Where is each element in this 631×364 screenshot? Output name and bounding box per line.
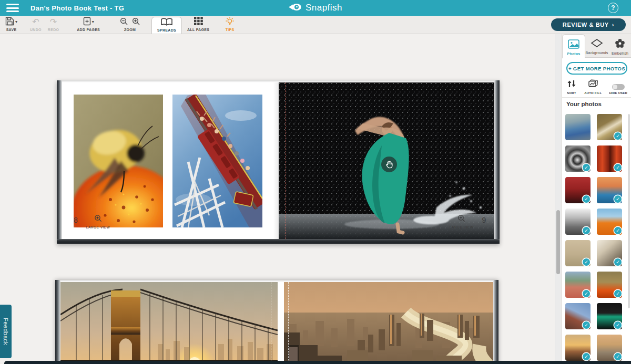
photo-thumbnail-roller-coaster[interactable]: ✓ <box>565 303 591 329</box>
your-photos-heading: Your photos <box>566 101 602 107</box>
undo-button[interactable]: ↶ UNDO <box>28 16 44 34</box>
lightbulb-icon <box>225 17 235 28</box>
spread-pages-8-9 <box>57 80 500 244</box>
used-check-icon: ✓ <box>583 353 590 360</box>
tab-embellish[interactable]: Embellish <box>608 34 631 57</box>
photo-thumbnail-group-celebration[interactable]: ✓ <box>597 240 622 266</box>
used-check-icon: ✓ <box>614 321 622 329</box>
top-bar: Dan's Photo Book Test - TG Snapfish ? <box>0 0 631 16</box>
sort-arrows-icon <box>566 80 577 90</box>
caret-down-icon: ▾ <box>92 20 94 24</box>
photo-thumbnail-rain-dancer[interactable]: ✓ <box>597 303 622 329</box>
photo-bridge-sunset[interactable] <box>60 282 278 364</box>
review-and-buy-button[interactable]: REVIEW & BUY› <box>551 18 626 31</box>
tab-photos[interactable]: Photos <box>562 34 585 58</box>
tab-spreads[interactable]: SPREADS <box>151 17 182 34</box>
photo-thumbnail-portrait-orange-sky[interactable]: ✓ <box>597 177 622 203</box>
tips-button[interactable]: TIPS <box>223 16 237 34</box>
photo-thumbnail-runners-on-track[interactable]: ✓ <box>565 272 591 298</box>
toolbar: ▾ SAVE ↶ UNDO ↷ REDO ▾ ADD PAGES <box>0 16 631 34</box>
used-check-icon: ✓ <box>583 290 590 297</box>
used-check-icon: ✓ <box>614 227 622 234</box>
used-check-icon: ✓ <box>583 195 590 203</box>
used-check-icon: ✓ <box>583 321 590 329</box>
photo-thumbnail-bridge-sunset[interactable]: ✓ <box>565 335 591 361</box>
save-button[interactable]: ▾ SAVE <box>3 16 19 34</box>
photo-thumbnail-grid: ✓✓✓✓✓✓✓✓✓✓✓✓✓✓✓ <box>565 114 623 361</box>
magnifier-plus-icon <box>94 214 102 224</box>
book-left-edge <box>57 80 62 244</box>
photo-bee-on-flower[interactable] <box>74 95 163 227</box>
undo-icon: ↶ <box>32 18 39 26</box>
photo-thumbnail-city-river[interactable]: ✓ <box>597 335 622 361</box>
tab-all-pages[interactable]: ALL PAGES <box>185 16 211 34</box>
used-check-icon: ✓ <box>614 164 622 171</box>
photo-city-river[interactable] <box>284 282 493 364</box>
zoom-in-icon[interactable] <box>132 17 140 27</box>
photo-controls: SORT AUTO FILL HIDE USED <box>562 79 631 95</box>
photo-thumbnail-woman-orange-dress[interactable]: ✓ <box>597 209 622 235</box>
zoom-out-icon[interactable] <box>120 17 128 27</box>
add-page-icon <box>83 17 91 28</box>
photo-thumbnail-beach-walkers[interactable]: ✓ <box>565 240 591 266</box>
flower-icon <box>615 38 625 50</box>
used-check-icon: ✓ <box>614 195 622 203</box>
panel-tabstrip: Photos Backgrounds Embellish <box>562 34 631 58</box>
photo-thumbnail-bw-waterfall-cliff[interactable]: ✓ <box>565 209 591 235</box>
redo-button[interactable]: ↷ REDO <box>46 16 61 34</box>
book-left-edge <box>55 280 60 364</box>
photo-thumbnail-red-torii-gates[interactable]: ✓ <box>597 145 622 172</box>
fish-icon <box>289 3 302 14</box>
editor-canvas: 8 LARGE VIEW LARGE VIEW 9 <box>0 34 562 364</box>
get-more-photos-button[interactable]: + GET MORE PHOTOS <box>566 62 627 75</box>
backgrounds-icon <box>591 38 603 50</box>
canvas-scrollbar-thumb[interactable] <box>556 210 560 274</box>
used-check-icon: ✓ <box>614 132 622 140</box>
large-view-button-right[interactable]: LARGE VIEW <box>450 214 473 229</box>
photo-thumbnail-woman-in-red[interactable]: ✓ <box>565 177 591 203</box>
help-button[interactable]: ? <box>608 3 618 13</box>
brand-name: Snapfish <box>306 3 342 13</box>
photos-panel: Photos Backgrounds Embellish + GET MORE … <box>562 34 631 364</box>
auto-fill-button[interactable]: AUTO FILL <box>584 79 602 95</box>
open-book-icon <box>160 18 173 28</box>
grid-icon <box>194 17 203 27</box>
menu-icon[interactable] <box>6 4 19 12</box>
hide-used-toggle[interactable]: HIDE USED <box>609 79 627 95</box>
sort-button[interactable]: SORT <box>566 79 577 95</box>
page-number-right: 9 <box>482 216 486 224</box>
zoom-control[interactable]: ZOOM <box>118 16 142 34</box>
save-icon <box>5 17 14 28</box>
used-check-icon: ✓ <box>614 258 622 266</box>
chevron-right-icon: › <box>612 22 614 28</box>
page-number-left: 8 <box>74 216 78 224</box>
photo-thumbnail-aquarium-visitors[interactable] <box>565 114 591 140</box>
used-check-icon: ✓ <box>583 227 590 234</box>
add-pages-button[interactable]: ▾ ADD PAGES <box>75 16 102 34</box>
project-title: Dan's Photo Book Test - TG <box>30 4 124 12</box>
book-bottom-edge <box>57 239 500 244</box>
page-9-controls: LARGE VIEW 9 <box>450 214 486 229</box>
canvas-scrollbar <box>555 34 561 364</box>
used-check-icon: ✓ <box>614 290 622 297</box>
sidebar-scrollbar-thumb[interactable] <box>628 114 630 308</box>
used-check-icon: ✓ <box>583 258 590 266</box>
spread-pages-10-11 <box>55 280 498 364</box>
photo-thumbnail-bee-on-flower[interactable]: ✓ <box>597 272 622 298</box>
photo-thumbnail-spiral-staircase[interactable]: ✓ <box>565 145 591 172</box>
photo-thumbnail-canyon-waterfall[interactable]: ✓ <box>597 114 622 140</box>
photos-icon <box>568 39 579 51</box>
magnifier-plus-icon <box>457 214 465 224</box>
tab-backgrounds[interactable]: Backgrounds <box>585 34 608 57</box>
feedback-tab[interactable]: Feedback <box>0 305 12 358</box>
fold-guide-line <box>271 282 271 364</box>
book-right-edge <box>493 280 498 364</box>
bottom-edge-bar <box>4 361 631 364</box>
caret-down-icon: ▾ <box>15 20 17 24</box>
page-8-controls: 8 LARGE VIEW <box>74 214 110 229</box>
photo-roller-coaster[interactable] <box>172 95 262 227</box>
divider <box>562 97 631 98</box>
large-view-button-left[interactable]: LARGE VIEW <box>86 214 110 229</box>
used-check-icon: ✓ <box>614 353 622 360</box>
auto-fill-icon <box>588 79 598 90</box>
